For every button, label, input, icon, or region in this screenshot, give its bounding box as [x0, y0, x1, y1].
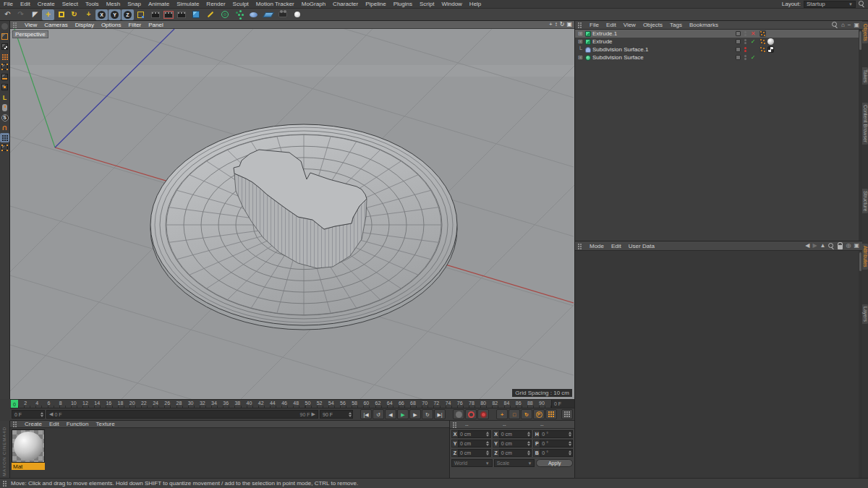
visibility-dots[interactable] [743, 31, 747, 36]
layer-square[interactable] [736, 55, 741, 60]
menu-menu-animate[interactable]: Animate [145, 1, 173, 7]
menu-menu-render[interactable]: Render [203, 1, 229, 7]
panel-handle-icon[interactable] [13, 421, 18, 427]
object-row-subdivision-surface[interactable]: ⊞Subdivision Surface✓ [575, 53, 862, 61]
scale-icon[interactable] [55, 9, 67, 20]
keyframe-bar-button[interactable] [561, 409, 573, 419]
coord-system-icon[interactable] [135, 9, 147, 20]
record-objects-button[interactable] [465, 409, 477, 419]
apply-button[interactable]: Apply [536, 459, 573, 467]
model-mode-icon[interactable] [0, 32, 9, 41]
menu-menu-script[interactable]: Script [416, 1, 438, 7]
workplane-mode-icon[interactable] [0, 52, 9, 61]
panel-handle-icon[interactable] [453, 422, 458, 427]
layout-dropdown[interactable]: Startup ▼ [804, 1, 856, 8]
floor-icon[interactable] [262, 9, 274, 20]
object-name[interactable]: Subdivision Surface.1 [592, 46, 736, 53]
phong-tag-icon[interactable] [760, 30, 766, 37]
stepper-icon[interactable] [39, 411, 44, 418]
scale-dropdown[interactable]: Scale ▼ [494, 459, 535, 467]
autokey-button[interactable] [477, 409, 489, 419]
menu-menu-mesh[interactable]: Mesh [103, 1, 124, 7]
material-menu-function[interactable]: Function [63, 421, 93, 427]
menu-menu-help[interactable]: Help [466, 1, 485, 7]
spline-pen-icon[interactable] [204, 9, 216, 20]
snap-icon[interactable]: S [0, 113, 9, 122]
coord-input[interactable]: 0 ° [540, 440, 573, 448]
menu-menu-plugins[interactable]: Plugins [390, 1, 416, 7]
key-position-button[interactable]: + [496, 409, 508, 419]
goto-start-button[interactable]: |◀ [360, 409, 372, 419]
playhead[interactable]: 0 [11, 400, 18, 408]
render-queue-icon[interactable] [175, 9, 187, 20]
last-tool-icon[interactable]: + [82, 9, 95, 20]
object-row-extrude-1[interactable]: ⊞Extrude.1✕ [575, 30, 862, 38]
render-view-icon[interactable] [149, 9, 161, 20]
coord-input[interactable]: 0 ° [540, 449, 573, 457]
live-selection-icon[interactable]: ◤ [29, 9, 41, 20]
frame-range-slider[interactable]: ◀ 0 F 90 F ▶ [46, 410, 318, 419]
visibility-dots[interactable] [743, 39, 747, 44]
search-icon[interactable] [832, 22, 838, 28]
coord-input[interactable]: 0 cm [499, 430, 532, 438]
layer-square[interactable] [736, 47, 741, 52]
viewport-filter-icon[interactable] [0, 103, 9, 112]
material-menu-create[interactable]: Create [21, 421, 46, 427]
am-menu-edit[interactable]: Edit [608, 243, 625, 249]
render-settings-icon[interactable] [162, 9, 174, 20]
object-row-subdivision-surface-1[interactable]: └Subdivision Surface.1 [575, 46, 862, 53]
layer-square[interactable] [736, 39, 741, 44]
lock-y-icon[interactable]: Y [109, 9, 121, 20]
tab-attributes[interactable]: Attributes [862, 244, 868, 270]
key-rotation-button[interactable]: ↻ [521, 409, 532, 419]
goto-end-button[interactable]: ▶| [434, 409, 446, 419]
object-name[interactable]: Extrude.1 [592, 30, 736, 37]
key-parameter-button[interactable]: P [533, 409, 545, 419]
next-frame-button[interactable]: ▶ [409, 409, 421, 419]
material-preview[interactable] [12, 429, 45, 463]
enable-state-icon[interactable]: ✓ [749, 38, 757, 45]
om-menu-tags[interactable]: Tags [666, 22, 686, 28]
metaball-icon[interactable] [247, 9, 260, 20]
phong-tag-icon[interactable] [760, 38, 766, 45]
menu-menu-file[interactable]: File [0, 1, 17, 7]
menu-menu-sculpt[interactable]: Sculpt [229, 1, 252, 7]
collapse-icon[interactable]: − [848, 22, 851, 28]
material-item-mat[interactable]: Mat [12, 429, 45, 476]
stepper-icon[interactable] [526, 450, 531, 456]
target-icon[interactable]: ◎ [846, 243, 851, 249]
stepper-icon[interactable] [485, 450, 490, 456]
panel-handle-icon[interactable] [578, 244, 583, 249]
toggle-view-icon[interactable]: ▣ [566, 22, 572, 27]
coord-input[interactable]: 0 cm [499, 440, 532, 448]
viewport-menu-options[interactable]: Options [98, 22, 125, 28]
om-menu-objects[interactable]: Objects [639, 22, 666, 28]
stepper-icon[interactable] [526, 440, 531, 447]
menu-menu-pipeline[interactable]: Pipeline [362, 1, 389, 7]
coord-input[interactable]: 0 cm [458, 430, 491, 438]
camera-icon[interactable] [276, 9, 289, 20]
tab-structure[interactable]: Structure [862, 189, 868, 213]
lock-x-icon[interactable]: X [95, 9, 108, 20]
frame-icon[interactable]: ▣ [854, 22, 859, 28]
axis-mode-icon[interactable]: L [0, 93, 9, 102]
menu-menu-character[interactable]: Character [329, 1, 362, 7]
key-pla-button[interactable] [545, 409, 557, 419]
stepper-icon[interactable] [526, 431, 531, 437]
coord-input[interactable]: 0 cm [458, 440, 491, 448]
coord-input[interactable]: 0 cm [499, 449, 532, 457]
om-menu-view[interactable]: View [620, 22, 639, 28]
menu-menu-window[interactable]: Window [438, 1, 465, 7]
stepper-icon[interactable] [485, 440, 490, 447]
panel-handle-icon[interactable] [578, 22, 583, 27]
material-name[interactable]: Mat [12, 463, 45, 470]
edges-mode-icon[interactable] [0, 72, 9, 82]
redo-icon[interactable]: ↷ [14, 9, 27, 20]
rotate-icon[interactable]: ↻ [68, 9, 80, 20]
record-disabled-button[interactable] [453, 409, 464, 419]
material-menu-texture[interactable]: Texture [93, 421, 119, 427]
checker-tag-icon[interactable] [767, 46, 774, 53]
camera-label[interactable]: Perspective [12, 30, 48, 38]
am-menu-user-data[interactable]: User Data [625, 243, 658, 249]
menu-menu-create[interactable]: Create [34, 1, 59, 7]
